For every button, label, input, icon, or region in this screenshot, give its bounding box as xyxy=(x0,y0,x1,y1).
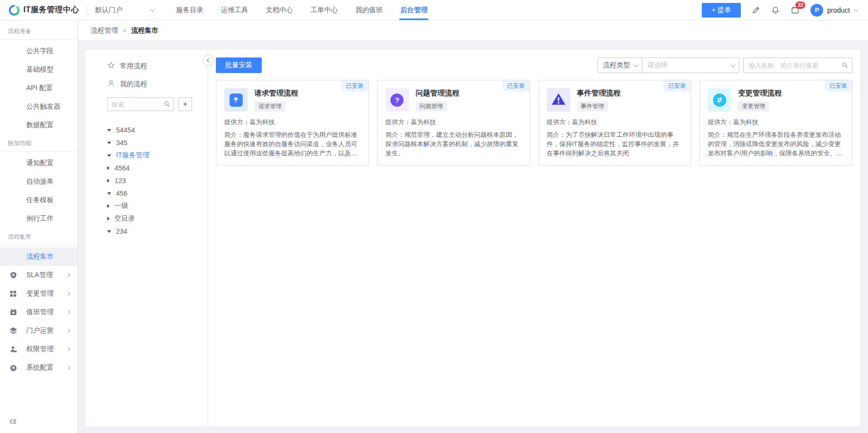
user-name: product xyxy=(827,6,850,14)
gear-icon xyxy=(10,364,17,372)
tree-node[interactable]: 234 xyxy=(107,225,208,238)
type-value-select[interactable]: 请选择 xyxy=(642,58,739,73)
installed-badge: 已安装 xyxy=(502,80,530,92)
breadcrumb: 流程管理 > 流程集市 xyxy=(78,20,868,41)
sidebar-item-routine-work[interactable]: 例行工作 xyxy=(0,209,77,228)
card-title: 变更管理流程 xyxy=(738,89,782,98)
notification-count-badge: 32 xyxy=(795,1,805,9)
user-icon xyxy=(107,79,115,89)
tree-node-label: 空目录 xyxy=(115,214,135,223)
problem-card-icon-box: ? xyxy=(386,88,409,112)
tree-node[interactable]: 一级 xyxy=(107,200,208,212)
shortcut-my-processes[interactable]: 我的流程 xyxy=(107,79,208,89)
sidebar-item-change-mgmt[interactable]: 变更管理 xyxy=(0,284,77,303)
market-search-input[interactable] xyxy=(743,57,852,73)
sidebar-item-process-market[interactable]: 流程集市 xyxy=(0,247,77,266)
sidebar-item-common-triggers[interactable]: 公共触发器 xyxy=(0,97,77,116)
app-logo-icon xyxy=(9,5,19,16)
card-title: 事件管理流程 xyxy=(577,89,621,98)
caret-down-icon[interactable] xyxy=(107,142,111,144)
chevron-right-icon xyxy=(66,366,70,370)
nav-item-service-catalog[interactable]: 服务目录 xyxy=(167,0,212,20)
card-tag: 请求管理 xyxy=(254,101,286,112)
sidebar-item-label: 基础模型 xyxy=(26,65,54,74)
filter-select-group: 流程类型 请选择 xyxy=(598,57,739,73)
sidebar-item-duty-mgmt[interactable]: 值班管理 xyxy=(0,303,77,321)
tree-node-label: 4564 xyxy=(115,164,130,172)
panel-collapse-button[interactable] xyxy=(203,55,213,66)
tree-node[interactable]: 4564 xyxy=(107,162,208,174)
create-ticket-button[interactable]: + 提单 xyxy=(702,3,741,18)
process-card-request[interactable]: 已安装 xyxy=(216,80,369,166)
sidebar-item-system-config[interactable]: 系统配置 xyxy=(0,358,77,377)
nav-item-doc-center[interactable]: 文档中心 xyxy=(257,0,302,20)
process-tree-panel: 常用流程 我的流程 xyxy=(86,50,208,426)
filters: 流程类型 请选择 xyxy=(598,57,852,73)
caret-right-icon[interactable] xyxy=(107,217,110,221)
sidebar-item-data-config[interactable]: 数据配置 xyxy=(0,116,77,134)
sidebar-item-sla[interactable]: SLA管理 xyxy=(0,266,77,284)
tree-node[interactable]: 345 xyxy=(107,136,208,149)
app-root: IT服务管理中心 默认门户 服务目录 运维工具 文档中心 工单中心 我的值班 后… xyxy=(0,0,868,433)
caret-down-icon[interactable] xyxy=(107,154,111,157)
nav-item-admin[interactable]: 后台管理 xyxy=(391,0,436,20)
process-card-problem[interactable]: 已安装 ? 问题管理流程 问题管理 xyxy=(377,80,530,166)
caret-down-icon[interactable] xyxy=(107,129,111,132)
tree-node[interactable]: 456 xyxy=(107,187,208,200)
sidebar-item-auto-dispatch[interactable]: 自动派单 xyxy=(0,172,77,191)
sidebar-collapse-button[interactable] xyxy=(0,410,77,433)
batch-install-button[interactable]: 批量安装 xyxy=(216,57,262,73)
star-icon xyxy=(107,61,115,71)
breadcrumb-current: 流程集市 xyxy=(131,26,158,35)
sidebar-item-base-models[interactable]: 基础模型 xyxy=(0,60,77,79)
header-right: + 提单 32 P product xyxy=(702,3,857,18)
nav-item-my-duty[interactable]: 我的值班 xyxy=(347,0,391,20)
edit-pencil-icon[interactable] xyxy=(752,6,760,15)
user-menu[interactable]: P product xyxy=(810,4,857,17)
bell-icon[interactable] xyxy=(771,6,780,15)
header-left: IT服务管理中心 默认门户 服务目录 运维工具 文档中心 工单中心 我的值班 后… xyxy=(9,0,436,20)
chevron-right-icon xyxy=(66,310,70,314)
tree-node[interactable]: 空目录 xyxy=(107,212,208,225)
tree-node[interactable]: 123 xyxy=(107,174,208,187)
market-search xyxy=(743,57,852,73)
tree-search xyxy=(107,97,174,111)
sidebar-section-title: 流程准备 xyxy=(0,22,77,39)
caret-right-icon[interactable] xyxy=(107,204,110,208)
tree-node[interactable]: 54454 xyxy=(107,124,208,136)
process-card-change[interactable]: 已安装 xyxy=(699,80,852,166)
caret-down-icon[interactable] xyxy=(107,192,111,195)
sidebar-item-label: 公共字段 xyxy=(26,47,54,56)
sidebar-item-permission-mgmt[interactable]: 权限管理 xyxy=(0,340,77,358)
sidebar-item-notify-config[interactable]: 通知配置 xyxy=(0,154,77,172)
sidebar-item-label: 例行工作 xyxy=(26,214,54,223)
breadcrumb-parent[interactable]: 流程管理 xyxy=(91,26,118,35)
caret-right-icon[interactable] xyxy=(107,179,110,183)
card-description: 简介：服务请求管理的价值在于为用户提供标准服务的快速有效的自服务访问渠道，业务人… xyxy=(224,131,361,158)
chevron-down-icon xyxy=(150,7,155,12)
search-icon xyxy=(163,100,171,109)
sidebar-item-common-fields[interactable]: 公共字段 xyxy=(0,42,77,60)
sidebar-item-task-template[interactable]: 任务模板 xyxy=(0,191,77,209)
nav-item-ticket-center[interactable]: 工单中心 xyxy=(302,0,347,20)
portal-select[interactable]: 默认门户 xyxy=(95,6,154,15)
card-tag: 事件管理 xyxy=(577,101,608,112)
caret-down-icon[interactable] xyxy=(107,230,111,233)
chevron-right-icon xyxy=(66,329,70,333)
caret-right-icon[interactable] xyxy=(107,166,110,170)
sidebar-item-api-config[interactable]: API 配置 xyxy=(0,79,77,97)
process-card-incident[interactable]: 已安装 xyxy=(539,80,692,166)
nav-item-ops-tools[interactable]: 运维工具 xyxy=(212,0,257,20)
type-value-placeholder: 请选择 xyxy=(647,61,668,70)
shortcut-common-processes[interactable]: 常用流程 xyxy=(107,61,208,71)
chevron-down-icon xyxy=(731,62,735,67)
sidebar-item-portal-ops[interactable]: 门户运营 xyxy=(0,321,77,340)
duty-calendar-icon xyxy=(10,309,17,316)
search-icon xyxy=(841,61,849,70)
app-title: IT服务管理中心 xyxy=(23,5,79,15)
tree-node-label: 123 xyxy=(115,177,126,185)
add-folder-button[interactable]: + xyxy=(178,97,192,111)
tree-node-selected[interactable]: IT服务管理 xyxy=(107,149,208,162)
notifications-calendar-icon[interactable]: 32 xyxy=(791,5,800,15)
process-type-select[interactable]: 流程类型 xyxy=(598,58,642,73)
